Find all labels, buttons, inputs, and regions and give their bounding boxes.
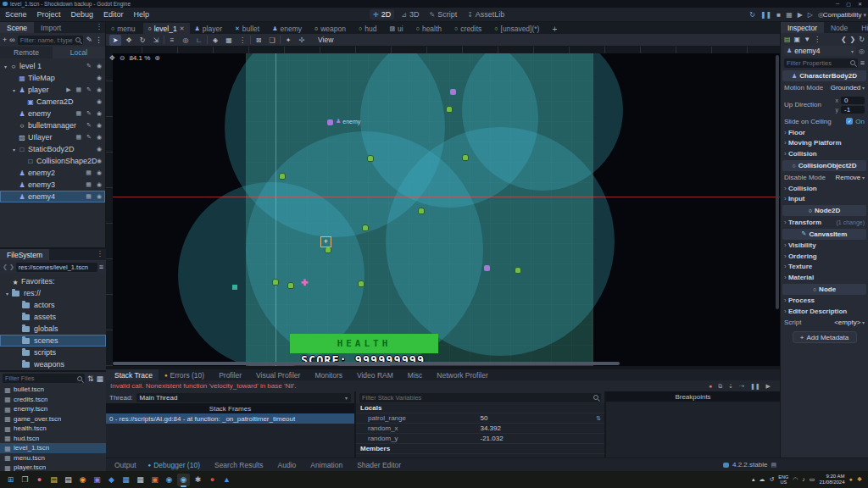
enemy-sprite[interactable] xyxy=(515,267,521,274)
remote-button[interactable]: Remote xyxy=(0,47,53,58)
step-over-button[interactable]: ⇢ xyxy=(739,383,744,390)
app-powerpoint[interactable]: ▣ xyxy=(148,474,161,486)
bottom-tab-output[interactable]: Output xyxy=(106,461,142,469)
node-camera2d[interactable]: ▣ Camera2D ◉ xyxy=(0,96,105,108)
menu-editor[interactable]: Editor xyxy=(98,10,129,19)
scene-filter-input[interactable]: Filter: name, t:type xyxy=(18,36,84,45)
fs-folder-weapons[interactable]: weapons xyxy=(0,358,106,370)
nav-back-icon[interactable]: ❮ xyxy=(3,263,8,270)
vertical-scrollbar[interactable] xyxy=(776,55,779,309)
fs-folder-actors[interactable]: actors xyxy=(0,299,106,311)
bottom-tab-debugger[interactable]: ● Debugger (10) xyxy=(142,461,206,469)
grid-snap-toggle[interactable]: ▦ xyxy=(223,35,235,46)
skeleton-options-button[interactable]: ✣ xyxy=(296,35,308,46)
clock[interactable]: 9:20 AM 21/08/2024 xyxy=(819,474,844,485)
node-enemy3[interactable]: ♟ enemy3 ▦ ◉ xyxy=(0,179,105,191)
node-tilemap[interactable]: ▦ TileMap ◉ xyxy=(0,72,105,84)
filesystem-tab[interactable]: FileSystem xyxy=(0,249,49,260)
section-visibility[interactable]: Visibility xyxy=(781,241,868,252)
play-scene-button[interactable]: ▶ xyxy=(798,11,803,19)
dock-menu-icon[interactable]: ⋮ xyxy=(94,249,107,260)
tab-health[interactable]: ○ health xyxy=(411,23,449,34)
node-uilayer[interactable]: ▨ UIlayer ▦ ✎ ◉ xyxy=(0,131,105,143)
section-collision-2[interactable]: Collision xyxy=(781,183,868,194)
app-firefox[interactable]: ◉ xyxy=(76,474,89,486)
enemy-sprite[interactable] xyxy=(462,154,469,161)
instance-scene-button[interactable]: ∞ xyxy=(9,36,14,44)
history-tab[interactable]: History xyxy=(854,22,868,33)
bottom-tab-search-results[interactable]: Search Results xyxy=(206,461,270,469)
node-row-buttons[interactable]: ✎ ◉ xyxy=(86,63,103,69)
y-value-field[interactable]: -1 xyxy=(841,106,865,114)
node-enemy2[interactable]: ♟ enemy2 ▦ ◉ xyxy=(0,167,105,179)
bottom-tab-animation[interactable]: Animation xyxy=(302,461,348,469)
tree-options-icon[interactable]: ⋮ xyxy=(95,36,103,44)
enemy-sprite[interactable] xyxy=(279,173,286,180)
prop-disable-mode[interactable]: Disable Mode Remove xyxy=(781,172,868,184)
app-notepad[interactable]: ▤ xyxy=(62,474,75,486)
file-game-over[interactable]: game_over.tscn xyxy=(0,414,106,424)
move-tool[interactable]: ✥ xyxy=(123,35,135,46)
node-collisionshape2d[interactable]: □ CollisionShape2D ◉ xyxy=(0,155,105,167)
prop-up-direction[interactable]: Up Direction x0 y-1 xyxy=(781,94,868,116)
workspace-3d[interactable]: ⊿ 3D xyxy=(398,9,422,19)
wifi-icon[interactable]: ◠ xyxy=(793,476,798,483)
object-history-button[interactable]: ↻ xyxy=(859,36,865,43)
current-path-field[interactable]: res://scenes/level_1.tscn xyxy=(16,263,97,272)
node-bulletmanager[interactable]: ○ bulletmanager ✎ ◉ xyxy=(0,119,105,131)
volume-icon[interactable]: ♪ xyxy=(802,476,805,483)
list-select-tool[interactable]: ≡ xyxy=(166,35,178,46)
node-player[interactable]: ▾ ♟ player ▶ ▦ ✎ ◉ xyxy=(0,84,105,96)
app-acrobat[interactable]: ● xyxy=(206,474,219,486)
step-into-button[interactable]: ⇣ xyxy=(728,383,733,390)
app-outlook[interactable]: ◆ xyxy=(105,474,118,486)
value-stepper-icon[interactable]: ⇅ xyxy=(596,415,604,422)
toolbar-separator[interactable] xyxy=(250,36,251,44)
tab-ui[interactable]: ▨ ui xyxy=(384,23,410,34)
enemy-sprite[interactable] xyxy=(287,282,294,289)
stop-button[interactable]: ■ xyxy=(776,11,781,19)
smart-snap-toggle[interactable]: ◈ xyxy=(209,35,221,46)
fs-folder-assets[interactable]: assets xyxy=(0,311,106,323)
node-row-buttons[interactable]: ✎ ◉ xyxy=(86,122,103,129)
local-patrol-range[interactable]: patrol_range 50 ⇅ xyxy=(356,413,604,424)
workspace-assetlib[interactable]: ↧ AssetLib xyxy=(464,9,508,19)
app-photos[interactable]: ▲ xyxy=(220,474,233,486)
tab-level-1[interactable]: ○ level_1 ✕ xyxy=(143,23,190,34)
node-staticbody2d[interactable]: ▾ □ StaticBody2D ◉ xyxy=(0,143,105,155)
dock-tab-import[interactable]: Import xyxy=(34,22,68,33)
renderer-select[interactable]: Compatibility xyxy=(823,11,866,19)
2d-viewport[interactable]: ♟ enemy ✚ + HEALTH SCORE: 999999999 ✥ ⊖ … xyxy=(106,47,780,366)
local-button[interactable]: Local xyxy=(53,47,105,58)
category-node2d[interactable]: ○ Node2D xyxy=(782,205,866,216)
category-collisionobject2d[interactable]: ○ CollisionObject2D xyxy=(782,160,866,171)
zoom-in-button[interactable]: ⊕ xyxy=(154,54,160,62)
edited-node-select[interactable]: ♟ enemy4 xyxy=(784,46,856,56)
menu-help[interactable]: Help xyxy=(129,10,155,19)
restart-button[interactable]: ↻ xyxy=(749,11,755,19)
node-position-marker[interactable] xyxy=(484,265,490,271)
nav-forward-icon[interactable]: ❯ xyxy=(9,263,14,270)
section-ordering[interactable]: Ordering xyxy=(781,251,868,262)
section-material[interactable]: Material xyxy=(781,272,868,283)
remote-debug-button[interactable]: ▦ xyxy=(786,11,793,19)
enemy-sprite[interactable] xyxy=(325,247,331,253)
debugger-tab-monitors[interactable]: Monitors xyxy=(306,369,348,380)
group-button[interactable]: ❑ xyxy=(266,35,278,46)
copy-error-button[interactable]: ⧉ xyxy=(718,383,722,390)
enemy-sprite[interactable] xyxy=(362,225,369,231)
node-row-buttons[interactable]: ▦ ◉ xyxy=(86,193,103,200)
node-level-1[interactable]: ▾ ○ level 1 ✎ ◉ xyxy=(0,60,105,72)
player-sprite[interactable]: ✚ xyxy=(301,278,308,287)
workspace-script[interactable]: ✎ Script xyxy=(426,9,460,19)
new-scene-tab-button[interactable]: + xyxy=(547,25,562,34)
load-resource-button[interactable]: ▣ xyxy=(794,36,801,43)
toolbar-separator[interactable] xyxy=(164,36,164,44)
history-forward-button[interactable]: ❯ xyxy=(850,36,856,43)
play-custom-scene-button[interactable]: ▷ xyxy=(808,11,813,19)
view-menu[interactable]: View xyxy=(314,36,337,44)
app-edge[interactable]: ◉ xyxy=(163,474,175,486)
tab-enemy[interactable]: ♟ enemy xyxy=(267,23,309,34)
node-row-buttons[interactable]: ▦ ◉ xyxy=(86,169,103,176)
notifications-bell[interactable]: ● xyxy=(849,476,852,483)
